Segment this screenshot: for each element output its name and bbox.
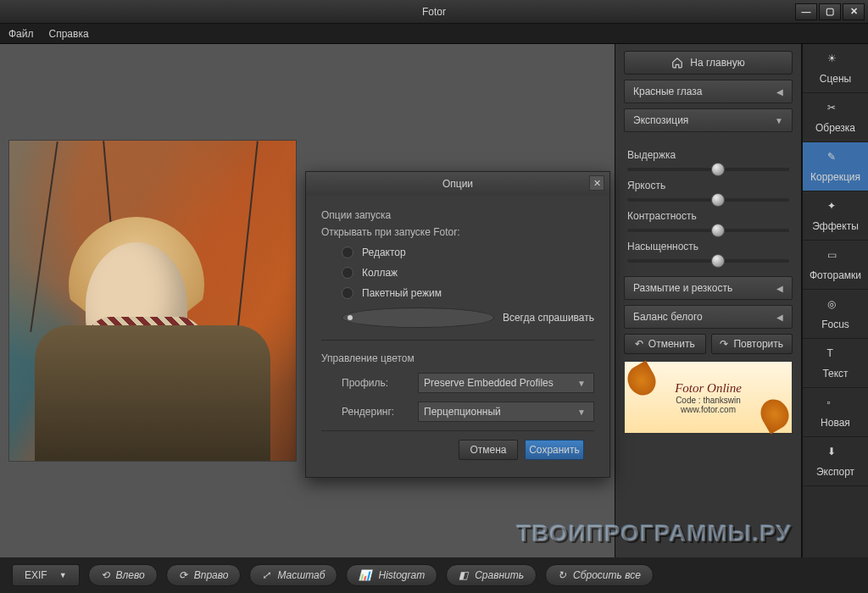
launch-section-sub: Открывать при запуске Fotor: [321,226,594,238]
vtab-frames[interactable]: ▭Фоторамки [803,241,868,290]
close-button[interactable]: ✕ [843,3,865,20]
cancel-button[interactable]: Отмена [459,440,518,460]
chevron-down-icon: ▼ [59,571,67,579]
opt-editor[interactable]: Редактор [342,247,594,258]
compare-icon: ◧ [459,569,468,581]
download-icon: ⬇ [827,446,844,463]
promo-banner[interactable]: Fotor Online Code : thankswin www.fotor.… [624,361,793,434]
reset-button[interactable]: ↻Сбросить все [545,564,654,586]
chevron-down-icon: ▼ [575,402,588,421]
triangle-left-icon: ◀ [776,284,783,293]
slider-contrast[interactable] [627,229,789,232]
compare-button[interactable]: ◧Сравнить [446,564,537,586]
histogram-button[interactable]: 📊Histogram [346,564,437,586]
vtab-effects[interactable]: ✦Эффекты [803,191,868,241]
slider-exposure-label: Выдержка [627,149,789,161]
frame-icon: ▭ [827,249,844,266]
rotate-right-icon: ⟳ [179,569,187,581]
home-button[interactable]: На главную [624,51,793,75]
pencil-icon: ✎ [827,151,844,168]
vtab-correction[interactable]: ✎Коррекция [803,142,868,191]
launch-section-title: Опции запуска [321,209,594,221]
accordion-exposure[interactable]: Экспозиция▼ [624,108,793,132]
slider-brightness[interactable] [627,198,789,202]
options-dialog: Опции ✕ Опции запуска Открывать при запу… [305,171,610,478]
rotate-right-button[interactable]: ⟳Вправо [166,564,242,586]
vtab-new[interactable]: ▫Новая [803,388,868,437]
slider-exposure[interactable] [627,168,789,171]
menu-bar: Файл Справка [0,24,868,44]
crop-icon: ✂ [827,102,844,119]
accordion-wb[interactable]: Баланс белого◀ [624,305,793,329]
scale-icon: ⤢ [262,569,270,581]
accordion-redeye[interactable]: Красные глаза◀ [624,80,793,103]
rotate-left-button[interactable]: ⟲Влево [88,564,158,586]
triangle-left-icon: ◀ [776,87,783,97]
chevron-down-icon: ▼ [575,374,588,392]
vtab-crop[interactable]: ✂Обрезка [803,93,868,142]
opt-collage[interactable]: Коллаж [342,267,594,279]
minimize-button[interactable]: — [795,3,817,20]
redo-icon: ↷ [720,338,728,350]
opt-batch[interactable]: Пакетный режим [342,287,594,299]
profile-label: Профиль: [342,377,409,389]
menu-help[interactable]: Справка [49,28,89,40]
slider-brightness-label: Яркость [627,180,789,191]
rendering-label: Рендеринг: [342,406,409,418]
text-icon: T [827,347,844,364]
target-icon: ◎ [827,298,844,315]
redo-button[interactable]: ↷Повторить [711,334,793,354]
save-button[interactable]: Сохранить [525,440,584,460]
slider-saturation-label: Насыщенность [627,241,789,252]
rendering-select[interactable]: Перцепционный▼ [418,402,594,422]
histogram-icon: 📊 [359,569,371,581]
exif-button[interactable]: EXIF▼ [12,564,80,586]
undo-icon: ↶ [635,338,643,350]
slider-contrast-label: Контрастность [627,210,789,222]
vtab-focus[interactable]: ◎Focus [803,290,868,339]
dialog-close-icon[interactable]: ✕ [589,175,604,191]
canvas-area: Опции ✕ Опции запуска Открывать при запу… [0,44,615,557]
accordion-blur[interactable]: Размытие и резкость◀ [624,276,793,300]
profile-select[interactable]: Preserve Embedded Profiles▼ [418,373,594,393]
dialog-title: Опции [442,178,473,190]
reset-icon: ↻ [558,569,566,581]
footer-toolbar: EXIF▼ ⟲Влево ⟳Вправо ⤢Масштаб 📊Histogram… [0,557,868,593]
vtab-export[interactable]: ⬇Экспорт [803,437,868,486]
app-title: Fotor [422,6,446,18]
sparkle-icon: ✦ [827,200,844,217]
vertical-tabs: ☀Сцены ✂Обрезка ✎Коррекция ✦Эффекты ▭Фот… [802,44,868,557]
page-icon: ▫ [827,396,844,413]
slider-saturation[interactable] [627,259,789,263]
vtab-scenes[interactable]: ☀Сцены [803,44,868,93]
rotate-left-icon: ⟲ [101,569,109,581]
triangle-left-icon: ◀ [776,313,783,322]
right-panel: На главную Красные глаза◀ Экспозиция▼ Вы… [615,44,802,557]
opt-ask[interactable]: Всегда спрашивать [342,308,594,328]
window-titlebar: Fotor — ▢ ✕ [0,0,868,24]
undo-button[interactable]: ↶Отменить [624,334,706,354]
scale-button[interactable]: ⤢Масштаб [249,564,337,586]
preview-image [8,140,297,462]
color-section-title: Управление цветом [321,352,594,364]
maximize-button[interactable]: ▢ [819,3,841,20]
menu-file[interactable]: Файл [8,28,34,40]
sun-icon: ☀ [827,53,844,69]
vtab-text[interactable]: TТекст [803,339,868,388]
dialog-titlebar[interactable]: Опции ✕ [306,172,609,196]
home-icon [671,57,683,69]
triangle-down-icon: ▼ [775,116,783,125]
